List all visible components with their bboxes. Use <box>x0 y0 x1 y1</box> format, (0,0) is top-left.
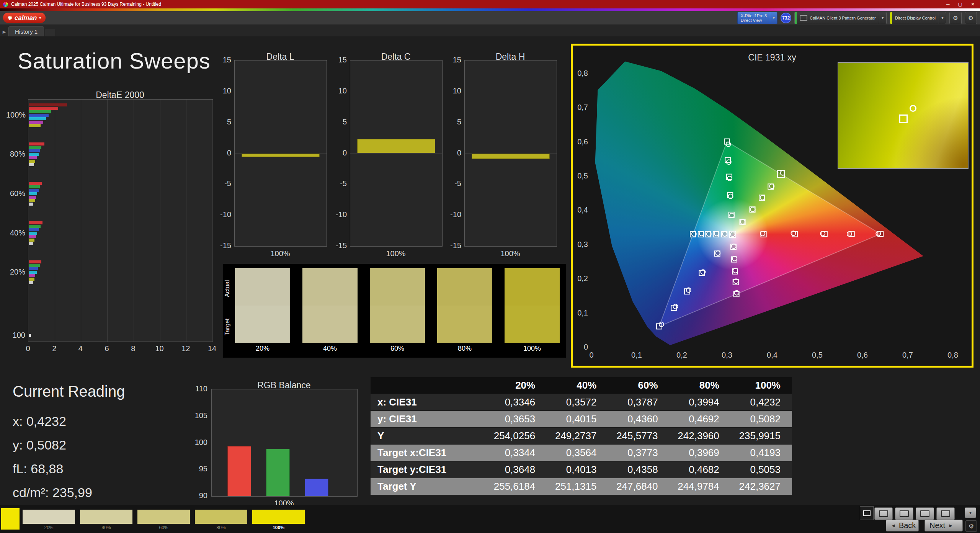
deltae-chart: DeltaE 2000 02468101214100%80%60%40%20%1… <box>6 90 215 358</box>
pattern-swatch-button[interactable]: 80% <box>195 510 247 530</box>
y-tick-label: 0,3 <box>577 240 588 249</box>
y-tick-label: -15 <box>331 241 347 250</box>
close-button[interactable]: ✕ <box>971 2 975 7</box>
table-cell: 0,5082 <box>731 413 792 425</box>
strip-row-label: Actual <box>224 275 234 302</box>
deltae-bar <box>29 196 36 199</box>
current-reading-cdm2: cd/m²: 235,99 <box>13 481 125 504</box>
table-header-row: 20%40%60%80%100% <box>371 377 792 394</box>
deltae-bar <box>29 271 37 274</box>
pattern-generator-button[interactable]: CalMAN Client 3 Pattern Generator ▼ <box>794 12 886 24</box>
blue-bar <box>305 479 328 496</box>
column-header: 80% <box>670 379 731 391</box>
column-header: 60% <box>608 379 669 391</box>
swatch-label: 20% <box>23 525 75 530</box>
deltae-bar <box>29 163 34 166</box>
table-cell: 0,4232 <box>731 396 792 408</box>
calman-menu-button[interactable]: ✾ calman ▾ <box>3 13 46 23</box>
x-tick-label: 8 <box>126 344 141 353</box>
y-tick-label: 0,7 <box>577 103 588 111</box>
page-title: Saturation Sweeps <box>18 48 211 74</box>
nav-settings-button[interactable]: ⚙ <box>965 520 977 532</box>
y-group-label: 20% <box>6 268 25 276</box>
x-tick-label: 0,2 <box>676 351 687 359</box>
deltae-bar <box>29 267 38 270</box>
swatch-color <box>195 510 247 524</box>
window-title: Calman 2025 Calman Ultimate for Business… <box>11 2 943 7</box>
sweep-swatch <box>235 268 290 343</box>
cie-zoom-inset <box>838 62 969 169</box>
table-row: Target Y255,6184251,1315247,6840244,9784… <box>371 478 792 495</box>
table-cell: 0,4360 <box>608 413 669 425</box>
inset-measured-circle <box>910 105 916 112</box>
actual-swatch <box>370 268 425 306</box>
delta-c-bar <box>357 139 435 153</box>
display-control-button[interactable]: Direct Display Control ▼ <box>890 12 946 24</box>
deltae-bar <box>29 334 31 337</box>
cyan-target-square <box>698 232 704 237</box>
y-tick-label: 90 <box>191 491 207 500</box>
pattern-swatch-button[interactable]: 40% <box>80 510 132 530</box>
table-cell: 245,5773 <box>608 430 669 442</box>
deltae-bar <box>29 225 41 228</box>
x-tick-label: 0,5 <box>812 351 823 359</box>
y-tick-label: -5 <box>445 179 461 188</box>
pattern-display-button[interactable] <box>936 507 955 520</box>
deltae-bar <box>29 149 40 152</box>
maximize-button[interactable]: ▢ <box>958 2 962 7</box>
gridline <box>212 100 213 342</box>
y-tick-label: 0,2 <box>577 274 588 283</box>
pattern-window-button[interactable] <box>860 506 874 520</box>
settings-button[interactable]: ⚙ <box>949 12 962 24</box>
x-tick-label: 0 <box>20 344 36 353</box>
target-swatch <box>235 306 290 343</box>
minimize-button[interactable]: ─ <box>946 2 950 7</box>
pattern-swatch-button[interactable]: 60% <box>137 510 190 530</box>
table-cell: 0,4682 <box>670 464 731 476</box>
delta-h-xlabel: 100% <box>464 249 556 258</box>
chevron-down-icon[interactable]: ▼ <box>770 12 777 24</box>
back-label: Back <box>899 521 916 530</box>
swatch-percent-label: 40% <box>302 345 358 353</box>
swatch-label: 40% <box>80 525 132 530</box>
expand-panel-button[interactable]: ▶ <box>0 27 8 36</box>
pattern-swatch-button[interactable]: 100% <box>252 510 305 530</box>
workflow-settings-button[interactable]: ⚙ <box>965 12 977 24</box>
inset-target-square <box>899 114 908 123</box>
calman-logo-text: calman <box>15 14 37 22</box>
meter-tool-button[interactable] <box>874 507 893 520</box>
tab-history-1[interactable]: History 1 <box>8 26 44 36</box>
cie-1931-panel: CIE 1931 xy 0,80,70,60,50,40,30,20,1000,… <box>571 44 973 368</box>
app-icon <box>3 2 8 7</box>
x-tick-label: 0,7 <box>902 351 913 359</box>
meter-count-badge: 732 <box>781 13 791 23</box>
blue-target-square <box>699 270 704 276</box>
page-options-button[interactable]: ▾ <box>965 507 976 518</box>
y-group-label: 40% <box>6 229 25 237</box>
row-label: y: CIE31 <box>371 413 485 425</box>
save-tool-button[interactable] <box>895 507 913 520</box>
pattern-swatch-button[interactable]: 20% <box>23 510 75 530</box>
tab-label: History 1 <box>15 28 38 35</box>
new-tab-stub[interactable] <box>45 29 55 36</box>
x-tick-label: 14 <box>204 344 220 353</box>
display-tool-button[interactable] <box>916 507 934 520</box>
y-tick-label: -5 <box>215 179 231 188</box>
back-button[interactable]: ◄ Back <box>886 520 919 531</box>
delta-c-xlabel: 100% <box>350 249 442 258</box>
y-tick-label: 10 <box>445 87 461 95</box>
meter-button[interactable]: X-Rite i1Pro 3 Direct View ▼ <box>737 12 777 24</box>
deltae-bar <box>29 228 39 231</box>
row-label: Target y:CIE31 <box>371 464 485 476</box>
y-group-label: 60% <box>6 189 25 198</box>
display-control-label: Direct Display Control <box>895 16 936 20</box>
deltae-bar <box>29 156 37 159</box>
deltae-bar <box>29 242 33 245</box>
chevron-down-icon[interactable]: ▼ <box>939 12 946 24</box>
chevron-down-icon[interactable]: ▼ <box>879 12 886 24</box>
next-button[interactable]: Next ► <box>924 520 963 531</box>
deltae-bar <box>29 260 41 263</box>
current-reading-title: Current Reading <box>13 383 125 400</box>
x-tick-label: 0,8 <box>947 351 958 359</box>
row-label: x: CIE31 <box>371 396 485 408</box>
